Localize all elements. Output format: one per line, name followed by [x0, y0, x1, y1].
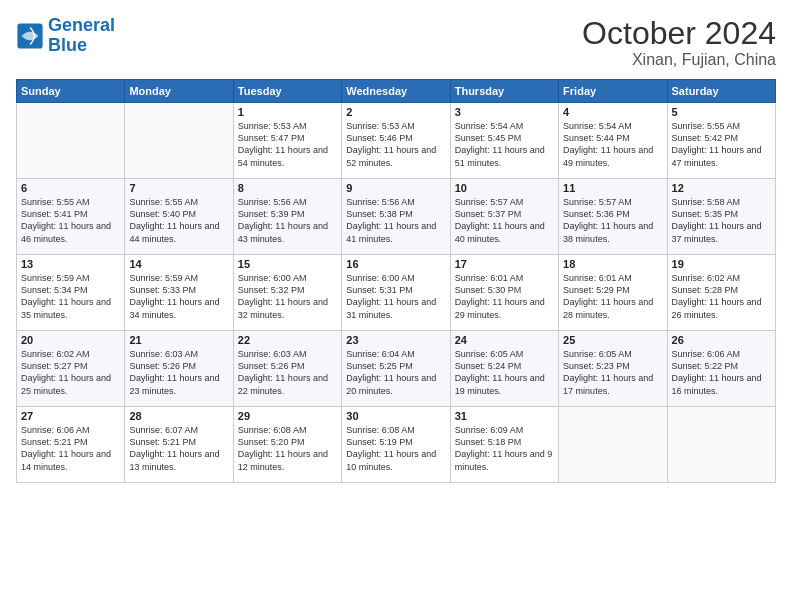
header-row: Sunday Monday Tuesday Wednesday Thursday… [17, 80, 776, 103]
day-info: Sunrise: 6:04 AM Sunset: 5:25 PM Dayligh… [346, 348, 445, 397]
day-info: Sunrise: 5:54 AM Sunset: 5:44 PM Dayligh… [563, 120, 662, 169]
calendar-cell: 9Sunrise: 5:56 AM Sunset: 5:38 PM Daylig… [342, 179, 450, 255]
day-info: Sunrise: 5:59 AM Sunset: 5:33 PM Dayligh… [129, 272, 228, 321]
month-title: October 2024 [582, 16, 776, 51]
col-friday: Friday [559, 80, 667, 103]
calendar-cell: 16Sunrise: 6:00 AM Sunset: 5:31 PM Dayli… [342, 255, 450, 331]
calendar-week-3: 20Sunrise: 6:02 AM Sunset: 5:27 PM Dayli… [17, 331, 776, 407]
day-number: 9 [346, 182, 445, 194]
day-number: 3 [455, 106, 554, 118]
day-info: Sunrise: 6:00 AM Sunset: 5:31 PM Dayligh… [346, 272, 445, 321]
day-info: Sunrise: 5:59 AM Sunset: 5:34 PM Dayligh… [21, 272, 120, 321]
day-info: Sunrise: 6:01 AM Sunset: 5:30 PM Dayligh… [455, 272, 554, 321]
logo-icon [16, 22, 44, 50]
calendar-cell: 20Sunrise: 6:02 AM Sunset: 5:27 PM Dayli… [17, 331, 125, 407]
calendar-cell: 17Sunrise: 6:01 AM Sunset: 5:30 PM Dayli… [450, 255, 558, 331]
calendar-cell: 14Sunrise: 5:59 AM Sunset: 5:33 PM Dayli… [125, 255, 233, 331]
day-info: Sunrise: 5:53 AM Sunset: 5:46 PM Dayligh… [346, 120, 445, 169]
day-info: Sunrise: 6:08 AM Sunset: 5:19 PM Dayligh… [346, 424, 445, 473]
calendar-cell: 1Sunrise: 5:53 AM Sunset: 5:47 PM Daylig… [233, 103, 341, 179]
calendar-cell [667, 407, 775, 483]
day-number: 4 [563, 106, 662, 118]
day-number: 30 [346, 410, 445, 422]
day-number: 25 [563, 334, 662, 346]
day-number: 29 [238, 410, 337, 422]
day-number: 28 [129, 410, 228, 422]
day-info: Sunrise: 6:08 AM Sunset: 5:20 PM Dayligh… [238, 424, 337, 473]
day-number: 13 [21, 258, 120, 270]
day-number: 21 [129, 334, 228, 346]
day-info: Sunrise: 5:55 AM Sunset: 5:40 PM Dayligh… [129, 196, 228, 245]
day-info: Sunrise: 5:54 AM Sunset: 5:45 PM Dayligh… [455, 120, 554, 169]
day-info: Sunrise: 6:05 AM Sunset: 5:24 PM Dayligh… [455, 348, 554, 397]
calendar-cell: 29Sunrise: 6:08 AM Sunset: 5:20 PM Dayli… [233, 407, 341, 483]
logo: General Blue [16, 16, 115, 56]
day-number: 7 [129, 182, 228, 194]
col-saturday: Saturday [667, 80, 775, 103]
calendar-cell: 12Sunrise: 5:58 AM Sunset: 5:35 PM Dayli… [667, 179, 775, 255]
col-wednesday: Wednesday [342, 80, 450, 103]
calendar-cell: 18Sunrise: 6:01 AM Sunset: 5:29 PM Dayli… [559, 255, 667, 331]
day-number: 26 [672, 334, 771, 346]
col-monday: Monday [125, 80, 233, 103]
calendar-cell: 25Sunrise: 6:05 AM Sunset: 5:23 PM Dayli… [559, 331, 667, 407]
calendar-cell: 27Sunrise: 6:06 AM Sunset: 5:21 PM Dayli… [17, 407, 125, 483]
calendar-cell: 11Sunrise: 5:57 AM Sunset: 5:36 PM Dayli… [559, 179, 667, 255]
logo-text: General Blue [48, 16, 115, 56]
calendar-cell: 5Sunrise: 5:55 AM Sunset: 5:42 PM Daylig… [667, 103, 775, 179]
col-tuesday: Tuesday [233, 80, 341, 103]
calendar-table: Sunday Monday Tuesday Wednesday Thursday… [16, 79, 776, 483]
day-number: 16 [346, 258, 445, 270]
day-info: Sunrise: 5:55 AM Sunset: 5:41 PM Dayligh… [21, 196, 120, 245]
day-number: 8 [238, 182, 337, 194]
calendar-cell: 26Sunrise: 6:06 AM Sunset: 5:22 PM Dayli… [667, 331, 775, 407]
calendar-cell: 19Sunrise: 6:02 AM Sunset: 5:28 PM Dayli… [667, 255, 775, 331]
day-number: 22 [238, 334, 337, 346]
header: General Blue October 2024 Xinan, Fujian,… [16, 16, 776, 69]
calendar-cell [125, 103, 233, 179]
day-info: Sunrise: 6:06 AM Sunset: 5:22 PM Dayligh… [672, 348, 771, 397]
calendar-cell: 23Sunrise: 6:04 AM Sunset: 5:25 PM Dayli… [342, 331, 450, 407]
day-number: 6 [21, 182, 120, 194]
day-info: Sunrise: 6:06 AM Sunset: 5:21 PM Dayligh… [21, 424, 120, 473]
calendar-cell: 15Sunrise: 6:00 AM Sunset: 5:32 PM Dayli… [233, 255, 341, 331]
day-info: Sunrise: 6:00 AM Sunset: 5:32 PM Dayligh… [238, 272, 337, 321]
day-number: 5 [672, 106, 771, 118]
calendar-cell: 21Sunrise: 6:03 AM Sunset: 5:26 PM Dayli… [125, 331, 233, 407]
day-number: 23 [346, 334, 445, 346]
day-number: 19 [672, 258, 771, 270]
calendar-cell: 8Sunrise: 5:56 AM Sunset: 5:39 PM Daylig… [233, 179, 341, 255]
calendar-cell: 30Sunrise: 6:08 AM Sunset: 5:19 PM Dayli… [342, 407, 450, 483]
calendar-cell: 3Sunrise: 5:54 AM Sunset: 5:45 PM Daylig… [450, 103, 558, 179]
calendar-cell: 2Sunrise: 5:53 AM Sunset: 5:46 PM Daylig… [342, 103, 450, 179]
calendar-cell: 13Sunrise: 5:59 AM Sunset: 5:34 PM Dayli… [17, 255, 125, 331]
day-number: 15 [238, 258, 337, 270]
col-sunday: Sunday [17, 80, 125, 103]
calendar-cell: 28Sunrise: 6:07 AM Sunset: 5:21 PM Dayli… [125, 407, 233, 483]
day-number: 2 [346, 106, 445, 118]
location: Xinan, Fujian, China [582, 51, 776, 69]
calendar-cell: 10Sunrise: 5:57 AM Sunset: 5:37 PM Dayli… [450, 179, 558, 255]
day-info: Sunrise: 5:55 AM Sunset: 5:42 PM Dayligh… [672, 120, 771, 169]
calendar-cell: 31Sunrise: 6:09 AM Sunset: 5:18 PM Dayli… [450, 407, 558, 483]
day-info: Sunrise: 5:58 AM Sunset: 5:35 PM Dayligh… [672, 196, 771, 245]
calendar-cell: 4Sunrise: 5:54 AM Sunset: 5:44 PM Daylig… [559, 103, 667, 179]
calendar-week-4: 27Sunrise: 6:06 AM Sunset: 5:21 PM Dayli… [17, 407, 776, 483]
calendar-cell: 6Sunrise: 5:55 AM Sunset: 5:41 PM Daylig… [17, 179, 125, 255]
day-info: Sunrise: 6:02 AM Sunset: 5:27 PM Dayligh… [21, 348, 120, 397]
day-number: 1 [238, 106, 337, 118]
day-number: 14 [129, 258, 228, 270]
day-info: Sunrise: 6:02 AM Sunset: 5:28 PM Dayligh… [672, 272, 771, 321]
calendar-cell: 24Sunrise: 6:05 AM Sunset: 5:24 PM Dayli… [450, 331, 558, 407]
day-info: Sunrise: 5:56 AM Sunset: 5:38 PM Dayligh… [346, 196, 445, 245]
day-number: 10 [455, 182, 554, 194]
day-info: Sunrise: 5:56 AM Sunset: 5:39 PM Dayligh… [238, 196, 337, 245]
day-number: 20 [21, 334, 120, 346]
day-info: Sunrise: 5:53 AM Sunset: 5:47 PM Dayligh… [238, 120, 337, 169]
calendar-cell: 22Sunrise: 6:03 AM Sunset: 5:26 PM Dayli… [233, 331, 341, 407]
col-thursday: Thursday [450, 80, 558, 103]
day-number: 11 [563, 182, 662, 194]
day-info: Sunrise: 5:57 AM Sunset: 5:36 PM Dayligh… [563, 196, 662, 245]
day-info: Sunrise: 6:03 AM Sunset: 5:26 PM Dayligh… [129, 348, 228, 397]
calendar-cell [559, 407, 667, 483]
